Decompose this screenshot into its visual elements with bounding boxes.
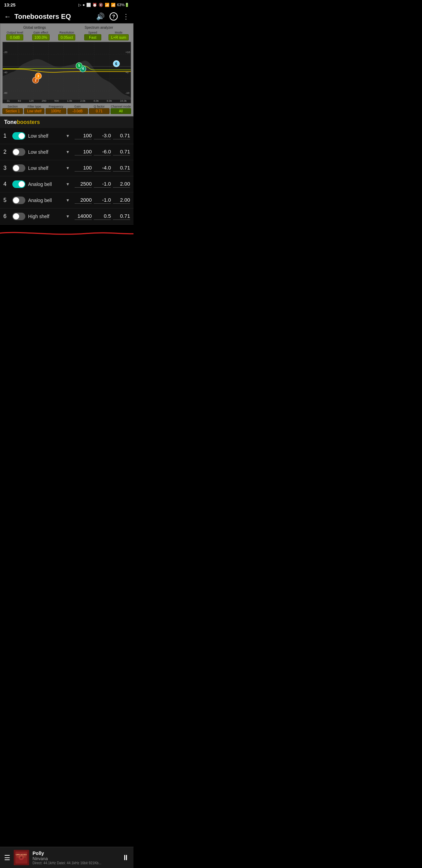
gain-effect-value[interactable]: 100.0% (32, 34, 50, 40)
band-gain-4[interactable]: -1.0 (94, 181, 111, 188)
band-toggle-4[interactable] (12, 180, 25, 188)
help-button[interactable]: ? (110, 12, 118, 21)
spectrum-analyzer-label: Spectrum analyzer (67, 26, 131, 29)
toggle-knob-3 (13, 165, 19, 171)
band-q-3[interactable]: 0.71 (113, 165, 130, 172)
band-number-4: 4 (3, 181, 10, 187)
band-list: 1 Low shelf ▼ 100 -3.0 0.71 2 Low shelf … (0, 128, 133, 225)
band-q-2[interactable]: 0.71 (113, 149, 130, 155)
band-freq-5[interactable]: 2000 (75, 197, 92, 204)
channel-mode-label: Channel mode (111, 105, 131, 108)
node-5[interactable]: 5 (76, 62, 82, 69)
menu-icon[interactable]: ⋮ (123, 12, 129, 21)
speed-value[interactable]: Fast (84, 34, 101, 40)
eq-graph[interactable]: -20 -40 -60 +10 +0 -10 31 63 125 250 500… (2, 42, 131, 103)
mute-icon: 🔇 (99, 3, 103, 7)
header-actions: 🔊 ? ⋮ (96, 12, 129, 21)
band-row-5: 5 Analog bell ▼ 2000 -1.0 2.00 (0, 192, 133, 209)
band-type-4: Analog bell (28, 181, 66, 187)
node-6[interactable]: 6 (113, 60, 120, 67)
logo-bar: Toneboosters (0, 116, 133, 128)
q-factor-value[interactable]: 0.71 (89, 108, 110, 114)
toggle-knob-4 (18, 181, 25, 187)
band-dropdown-arrow-5[interactable]: ▼ (66, 198, 70, 203)
band-row-1: 1 Low shelf ▼ 100 -3.0 0.71 (0, 128, 133, 144)
band-freq-3[interactable]: 100 (75, 165, 92, 172)
band-toggle-5[interactable] (12, 197, 25, 204)
band-dropdown-arrow-3[interactable]: ▼ (66, 166, 70, 171)
filter-type-col: Filter type Low shelf (24, 105, 44, 114)
band-gain-2[interactable]: -6.0 (94, 149, 111, 155)
band-dropdown-arrow-2[interactable]: ▼ (66, 150, 70, 154)
speaker-icon[interactable]: 🔊 (96, 12, 105, 21)
back-button[interactable]: ← (4, 13, 11, 21)
filter-type-value[interactable]: Low shelf (24, 108, 44, 114)
q-factor-label: Q factor (94, 105, 105, 108)
toggle-knob-2 (13, 149, 19, 155)
status-icons: ▷ ● ⬜ ⏰ 🔇 📶 📶 63%🔋 (78, 3, 129, 7)
logo: Toneboosters (4, 119, 40, 125)
resolution-value[interactable]: 0.05oct (58, 34, 75, 40)
gain-col: Gain -3.0dB (67, 105, 88, 114)
band-number-2: 2 (3, 149, 10, 155)
band-gain-6[interactable]: 0.5 (94, 213, 111, 220)
status-time: 13:25 (4, 2, 15, 8)
wifi-icon: 📶 (105, 3, 110, 7)
page-title: Toneboosters EQ (14, 13, 93, 21)
band-toggle-2[interactable] (12, 148, 25, 156)
toggle-knob-5 (13, 197, 19, 203)
status-bar: 13:25 ▷ ● ⬜ ⏰ 🔇 📶 📶 63%🔋 (0, 0, 133, 10)
band-freq-2[interactable]: 100 (75, 149, 92, 155)
band-toggle-1[interactable] (12, 132, 25, 140)
band-type-2: Low shelf (28, 149, 66, 155)
gain-value[interactable]: -3.0dB (67, 108, 88, 114)
toggle-knob-1 (18, 133, 25, 139)
output-level-value[interactable]: 0.0dB (6, 34, 23, 40)
output-level-col: Output level 0.0dB (2, 31, 27, 40)
gain-label: Gain (74, 105, 81, 108)
band-row-3: 3 Low shelf ▼ 100 -4.0 0.71 (0, 160, 133, 176)
band-dropdown-arrow-4[interactable]: ▼ (66, 182, 70, 187)
logo-white: Tone (4, 119, 17, 125)
band-q-6[interactable]: 0.71 (113, 213, 130, 220)
node-3[interactable]: 3 (35, 73, 42, 79)
band-freq-6[interactable]: 14000 (75, 213, 92, 220)
mode-col: Mode L+R sum (106, 31, 131, 40)
alarm-icon: ⏰ (92, 3, 97, 7)
spacer (0, 225, 133, 266)
band-gain-5[interactable]: -1.0 (94, 197, 111, 204)
resolution-col: Resolution 0.05oct (54, 31, 79, 40)
band-toggle-3[interactable] (12, 164, 25, 172)
band-freq-1[interactable]: 100 (75, 133, 92, 139)
logo-yellow: boosters (17, 119, 40, 125)
band-row-4: 4 Analog bell ▼ 2500 -1.0 2.00 (0, 176, 133, 192)
band-q-1[interactable]: 0.71 (113, 133, 130, 139)
eq-curve-svg (3, 42, 131, 103)
band-type-6: High shelf (28, 214, 66, 219)
section-value[interactable]: Section 1 (2, 108, 23, 114)
frequency-label: Frequency (49, 105, 63, 108)
signal-icon: 📶 (111, 3, 116, 7)
gallery-icon: ⬜ (86, 3, 91, 7)
frequency-col: Frequency 100Hz (46, 105, 66, 114)
mode-label: Mode (115, 31, 123, 34)
global-settings-bar: Global settings Spectrum analyzer (2, 26, 131, 29)
band-toggle-6[interactable] (12, 213, 25, 220)
frequency-value[interactable]: 100Hz (46, 108, 66, 114)
band-dropdown-arrow-1[interactable]: ▼ (66, 134, 70, 138)
media-icon: ▷ (78, 3, 81, 7)
battery-icon: 63%🔋 (117, 3, 129, 7)
band-freq-4[interactable]: 2500 (75, 181, 92, 188)
speed-col: Speed Fast (80, 31, 105, 40)
band-number-6: 6 (3, 213, 10, 219)
global-settings-label: Global settings (2, 26, 67, 29)
band-gain-3[interactable]: -4.0 (94, 165, 111, 172)
band-gain-1[interactable]: -3.0 (94, 133, 111, 139)
gain-effect-col: Gain effect 100.0% (28, 31, 53, 40)
band-q-5[interactable]: 2.00 (113, 197, 130, 204)
q-factor-col: Q factor 0.71 (89, 105, 110, 114)
band-dropdown-arrow-6[interactable]: ▼ (66, 214, 70, 219)
channel-mode-value[interactable]: All (111, 108, 131, 114)
mode-value[interactable]: L+R sum (108, 34, 128, 40)
band-q-4[interactable]: 2.00 (113, 181, 130, 188)
